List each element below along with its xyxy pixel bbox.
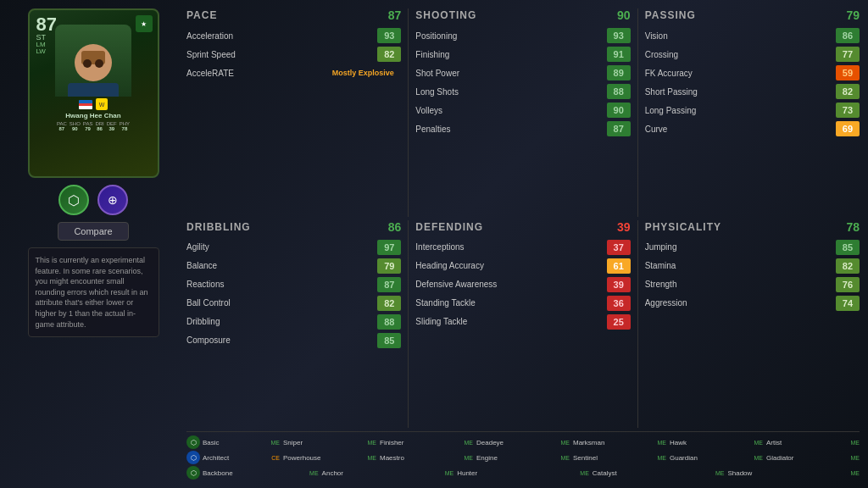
stat-row: Crossing 77 [645, 46, 860, 63]
stat-row: Penalties 87 [415, 120, 630, 137]
chem-name: Architect [203, 454, 229, 462]
stat-name: Balance [186, 261, 374, 270]
stat-name: Reactions [186, 280, 374, 289]
chem-icon-1: ⬡ [58, 185, 89, 215]
chem-name: Catalyst [593, 469, 617, 477]
chem-val: ME [271, 440, 281, 446]
stat-row: Sprint Speed 82 [186, 46, 401, 63]
chem-name: Hawk [670, 439, 687, 446]
chem-item: Hawk ME [670, 435, 763, 449]
info-text: This is currently an experimental featur… [36, 256, 148, 329]
stat-name: Vision [645, 31, 832, 41]
card-rating: 87 [36, 15, 57, 34]
stat-name: Curve [645, 125, 832, 134]
chem-name: Sentinel [573, 454, 598, 462]
divider [408, 8, 409, 217]
stat-row: Long Passing 73 [645, 102, 860, 119]
stat-row: Jumping 85 [645, 239, 860, 256]
stat-name: Standing Tackle [415, 298, 603, 308]
chem-icon-2: ⊕ [97, 185, 128, 215]
stat-row: Acceleration 93 [186, 27, 401, 44]
stat-row: Positioning 93 [415, 27, 630, 44]
stat-value: 86 [836, 28, 860, 43]
pace-value: 87 [388, 8, 402, 22]
stat-name: Ball Control [186, 298, 374, 308]
stat-value: 89 [607, 65, 631, 80]
stat-value: 93 [607, 28, 631, 43]
stat-row: Sliding Tackle 25 [415, 313, 630, 330]
stat-value: 82 [377, 47, 401, 62]
chem-name: Guardian [670, 454, 698, 462]
chem-name: Shadow [727, 469, 752, 477]
chem-item: Artist ME [766, 435, 860, 449]
chem-item: Guardian ME [670, 451, 763, 464]
chem-name: Maestro [380, 454, 404, 462]
compare-button[interactable]: Compare [58, 222, 128, 241]
chem-item: Sniper ME [283, 435, 376, 449]
divider [637, 8, 638, 217]
stat-name: Aggression [645, 298, 832, 308]
stat-name: Shot Power [415, 69, 603, 78]
stat-row: Strength 76 [645, 276, 860, 293]
stat-value: 77 [836, 47, 860, 62]
stat-value: 91 [607, 47, 631, 62]
pace-category: PACE 87 Acceleration 93 Sprint Speed 82 … [186, 8, 401, 217]
passing-value: 79 [846, 8, 860, 22]
chem-icon: ⬡ [186, 451, 200, 464]
defending-label: DEFENDING [415, 221, 483, 233]
player-avatar [55, 25, 131, 97]
chem-name: Hunter [457, 469, 477, 477]
chem-name: Gladiator [766, 454, 793, 462]
stat-name: Interceptions [415, 242, 603, 252]
info-text-box: This is currently an experimental featur… [28, 247, 159, 337]
chem-name: Finisher [380, 439, 403, 446]
stat-name: Dribbling [186, 317, 374, 326]
stat-name: Positioning [415, 31, 603, 41]
passing-category: PASSING 79 Vision 86 Crossing 77 FK Accu… [645, 8, 860, 217]
dribbling-label: DRIBBLING [186, 221, 251, 233]
dribbling-header: DRIBBLING 86 [186, 220, 401, 234]
chem-val: ME [658, 455, 667, 461]
chem-item: ⬡ Architect CE [186, 451, 280, 464]
stat-row: Stamina 82 [645, 258, 860, 274]
stat-value: 88 [377, 314, 401, 330]
stat-value: 90 [607, 103, 631, 118]
chemistry-icons: ⬡ ⊕ [58, 185, 128, 215]
stat-value: 76 [836, 277, 860, 292]
stat-row: Shot Power 89 [415, 64, 630, 81]
chem-item: Marksman ME [573, 435, 666, 449]
stat-name: Stamina [645, 261, 832, 270]
stat-row: Finishing 91 [415, 46, 630, 63]
chem-name: Deadeye [476, 439, 504, 446]
stat-row: Composure 85 [186, 332, 401, 349]
chem-item: Gladiator ME [766, 451, 860, 464]
stat-value: 61 [607, 258, 631, 274]
chem-item: ⬡ Backbone ME [186, 466, 319, 480]
stat-name: Crossing [645, 50, 832, 59]
stat-row: FK Accuracy 59 [645, 64, 860, 81]
chem-val: ME [561, 455, 570, 461]
chem-item: Catalyst ME [593, 466, 725, 480]
player-flag [79, 100, 92, 109]
chem-item: Hunter ME [457, 466, 589, 480]
stat-name: AcceleRATE [186, 69, 321, 78]
stat-row: Aggression 74 [645, 295, 860, 312]
stat-name: Long Shots [415, 87, 603, 97]
stat-row: Standing Tackle 36 [415, 295, 630, 312]
chemstyles-grid-row2: ⬡ Architect CE Powerhouse ME Maestro ME … [186, 451, 860, 464]
stat-value: 88 [607, 84, 631, 99]
chem-val: ME [754, 440, 764, 446]
stat-row: Dribbling 88 [186, 313, 401, 330]
physicality-category: PHYSICALITY 78 Jumping 85 Stamina 82 Str… [645, 220, 860, 429]
shooting-header: SHOOTING 90 [415, 8, 630, 22]
stat-name: Composure [186, 336, 374, 345]
stat-row: Short Passing 82 [645, 83, 860, 100]
stat-row: Long Shots 88 [415, 83, 630, 100]
pace-header: PACE 87 [186, 8, 401, 22]
stat-value: 59 [836, 65, 860, 80]
stat-name: Short Passing [645, 87, 832, 97]
chem-val: ME [309, 470, 319, 476]
stat-name: Finishing [415, 50, 603, 59]
stat-name: Penalties [415, 125, 603, 134]
stat-value: 82 [836, 258, 860, 274]
